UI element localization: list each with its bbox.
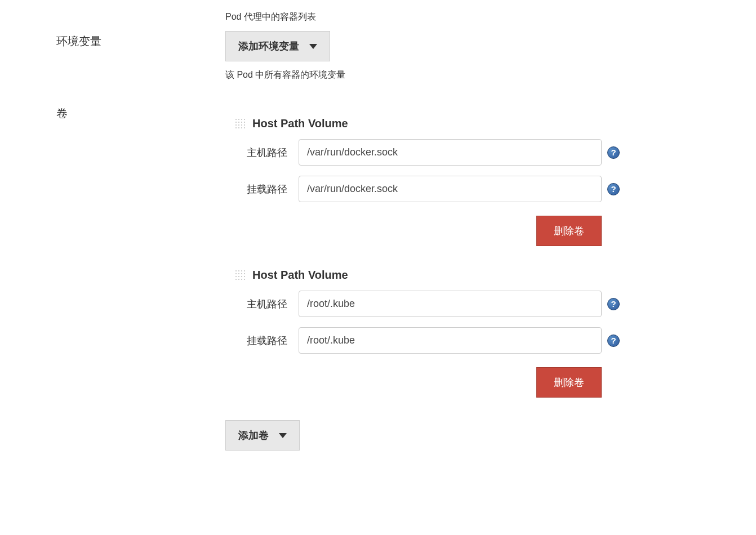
add-volume-row: 添加卷 [225, 420, 620, 451]
add-volume-label: 添加卷 [238, 429, 269, 442]
volume-block: Host Path Volume 主机路径 ? 挂载路径 ? 删除卷 [225, 117, 620, 246]
env-help-bottom: 该 Pod 中所有容器的环境变量 [225, 69, 620, 81]
mount-path-row: 挂载路径 ? [225, 327, 620, 354]
delete-volume-button[interactable]: 删除卷 [536, 216, 602, 246]
host-path-row: 主机路径 ? [225, 291, 620, 317]
help-icon[interactable]: ? [607, 183, 620, 195]
host-path-input[interactable] [299, 291, 602, 317]
env-help-top: Pod 代理中的容器列表 [225, 11, 620, 23]
host-path-row: 主机路径 ? [225, 139, 620, 166]
delete-volume-button[interactable]: 删除卷 [536, 367, 602, 398]
volume-block: Host Path Volume 主机路径 ? 挂载路径 ? 删除卷 [225, 269, 620, 398]
env-section-content: Pod 代理中的容器列表 添加环境变量 该 Pod 中所有容器的环境变量 [225, 11, 620, 89]
mount-path-row: 挂载路径 ? [225, 176, 620, 202]
mount-path-input[interactable] [299, 327, 602, 354]
host-path-label: 主机路径 [225, 297, 293, 311]
volume-section-label: 卷 [23, 100, 225, 451]
volume-title: Host Path Volume [252, 117, 348, 130]
volume-header: Host Path Volume [225, 269, 620, 282]
caret-down-icon [309, 44, 317, 49]
mount-path-input[interactable] [299, 176, 602, 202]
mount-path-label: 挂载路径 [225, 334, 293, 347]
host-path-label: 主机路径 [225, 146, 293, 159]
volume-section-content: Host Path Volume 主机路径 ? 挂载路径 ? 删除卷 [225, 100, 620, 451]
drag-handle-icon[interactable] [235, 270, 246, 280]
volume-header: Host Path Volume [225, 117, 620, 130]
volume-button-row: 删除卷 [225, 212, 620, 246]
env-section-label: 环境变量 [23, 11, 225, 89]
mount-path-label: 挂载路径 [225, 182, 293, 196]
help-icon[interactable]: ? [607, 146, 620, 159]
env-section: 环境变量 Pod 代理中的容器列表 添加环境变量 该 Pod 中所有容器的环境变… [23, 11, 733, 89]
add-env-var-button[interactable]: 添加环境变量 [225, 31, 330, 61]
caret-down-icon [279, 433, 287, 438]
volume-title: Host Path Volume [252, 269, 348, 282]
help-icon[interactable]: ? [607, 298, 620, 310]
add-volume-button[interactable]: 添加卷 [225, 420, 300, 451]
drag-handle-icon[interactable] [235, 119, 246, 129]
host-path-input[interactable] [299, 139, 602, 166]
volume-section: 卷 Host Path Volume 主机路径 ? 挂载路径 [23, 100, 733, 451]
add-env-var-label: 添加环境变量 [238, 39, 299, 53]
volume-button-row: 删除卷 [225, 364, 620, 398]
help-icon[interactable]: ? [607, 335, 620, 347]
